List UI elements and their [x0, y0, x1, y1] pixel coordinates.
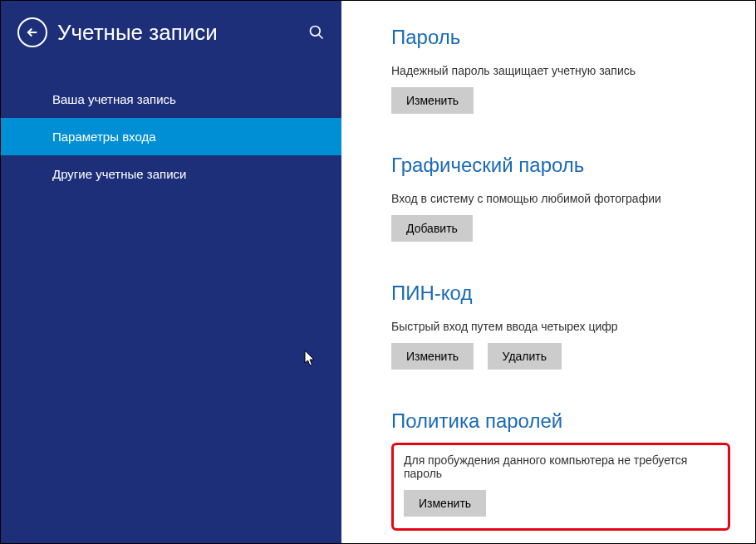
section-pin: ПИН-код Быстрый вход путем ввода четырех…	[391, 282, 730, 370]
sidebar-item-label: Параметры входа	[52, 130, 156, 144]
section-desc: Для пробуждения данного компьютера не тр…	[404, 453, 718, 480]
search-icon[interactable]	[308, 24, 325, 41]
sidebar-item-your-account[interactable]: Ваша учетная запись	[1, 81, 341, 118]
back-button[interactable]	[17, 17, 47, 47]
page-title: Учетные записи	[57, 20, 308, 46]
sidebar-item-label: Ваша учетная запись	[52, 92, 176, 106]
section-title: Политика паролей	[391, 409, 730, 433]
sidebar-item-signin-options[interactable]: Параметры входа	[1, 118, 341, 155]
svg-point-0	[311, 27, 321, 37]
policy-change-button[interactable]: Изменить	[404, 490, 486, 517]
section-picture-password: Графический пароль Вход в систему с помо…	[391, 154, 730, 242]
sidebar-item-other-accounts[interactable]: Другие учетные записи	[1, 155, 341, 193]
svg-line-1	[319, 35, 323, 39]
highlighted-area: Для пробуждения данного компьютера не тр…	[391, 443, 730, 531]
section-password-policy: Политика паролей Для пробуждения данного…	[391, 409, 730, 531]
picture-password-add-button[interactable]: Добавить	[391, 215, 473, 242]
pin-delete-button[interactable]: Удалить	[488, 343, 562, 370]
section-title: Пароль	[391, 26, 730, 49]
password-change-button[interactable]: Изменить	[391, 87, 474, 114]
section-desc: Вход в систему с помощью любимой фотогра…	[391, 192, 730, 205]
section-title: ПИН-код	[391, 282, 730, 305]
sidebar: Учетные записи Ваша учетная запись Парам…	[1, 1, 341, 543]
main-content: Пароль Надежный пароль защищает учетную …	[341, 1, 755, 543]
sidebar-items: Ваша учетная запись Параметры входа Друг…	[1, 81, 341, 193]
section-password: Пароль Надежный пароль защищает учетную …	[391, 26, 730, 114]
sidebar-item-label: Другие учетные записи	[52, 167, 186, 181]
section-desc: Быстрый вход путем ввода четырех цифр	[391, 320, 730, 333]
section-title: Графический пароль	[391, 154, 730, 177]
sidebar-header: Учетные записи	[1, 17, 341, 72]
section-desc: Надежный пароль защищает учетную запись	[391, 64, 730, 77]
arrow-left-icon	[25, 25, 40, 40]
pin-change-button[interactable]: Изменить	[391, 343, 474, 370]
